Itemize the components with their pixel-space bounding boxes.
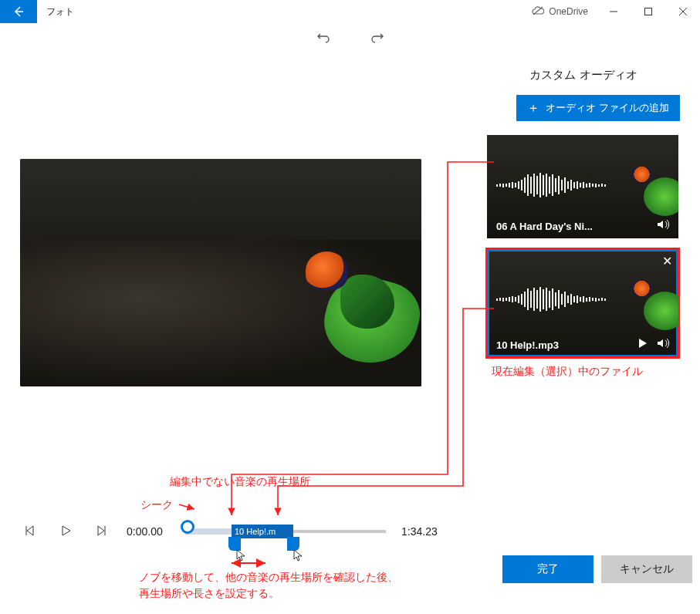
add-audio-label: オーディオ ファイルの追加 [546,101,669,115]
audio-clip-item[interactable]: 06 A Hard Day's Ni... [487,135,678,238]
minimize-button[interactable] [596,0,631,23]
onedrive-status[interactable]: OneDrive [524,0,596,23]
app-name: フォト [37,0,83,23]
cloud-icon [532,6,544,18]
annotation-other-music: 編集中でない音楽の再生場所 [170,475,310,489]
redo-button[interactable] [370,31,385,49]
add-audio-button[interactable]: ＋ オーディオ ファイルの追加 [516,95,680,121]
waveform-icon [496,172,624,198]
panel-title: カスタム オーディオ [487,51,680,95]
history-controls [0,23,700,51]
back-button[interactable] [0,0,37,23]
done-button[interactable]: 完了 [502,555,593,583]
annotation-knob-help: ノブを移動して、他の音楽の再生場所を確認した後、 再生場所や長さを設定する。 [139,569,398,602]
footer-buttons: 完了 キャンセル [502,555,692,583]
audio-panel: カスタム オーディオ ＋ オーディオ ファイルの追加 06 A Hard Day… [487,51,680,386]
cursor-icon [293,549,304,563]
close-button[interactable] [665,0,700,23]
seek-knob[interactable] [181,520,194,534]
onedrive-label: OneDrive [549,6,588,17]
timeline-tray: 編集中でない音楽の再生場所 シーク 0:00.00 10 Help!.m 1:3… [0,483,700,614]
annotation-selected-file: 現在編集（選択）中のファイル [487,357,680,379]
cursor-icon [236,549,247,563]
timeline-clip[interactable]: 10 Help!.m [232,525,293,538]
svg-rect-3 [644,8,651,15]
volume-icon[interactable] [657,219,671,232]
cancel-button[interactable]: キャンセル [601,555,692,583]
audio-clip-label: 10 Help!.mp3 [496,339,559,351]
undo-button[interactable] [316,31,331,49]
step-back-button[interactable] [20,521,40,543]
maximize-button[interactable] [631,0,665,23]
current-time: 0:00.00 [127,525,170,538]
title-bar: フォト OneDrive [0,0,700,23]
step-forward-button[interactable] [91,521,111,543]
annotation-seek: シーク [140,498,173,512]
volume-icon[interactable] [657,338,671,351]
plus-icon: ＋ [527,102,539,114]
total-time: 1:34.23 [401,525,445,538]
audio-clip-item-selected[interactable]: ✕ 10 Help!.mp3 [487,249,678,357]
timeline-bar[interactable]: 10 Help!.m [185,520,386,543]
play-icon[interactable] [637,338,648,351]
audio-clip-label: 06 A Hard Day's Ni... [496,221,593,232]
video-preview [20,159,421,386]
play-button[interactable] [56,521,76,543]
remove-clip-icon[interactable]: ✕ [662,254,672,268]
waveform-icon [496,286,624,312]
